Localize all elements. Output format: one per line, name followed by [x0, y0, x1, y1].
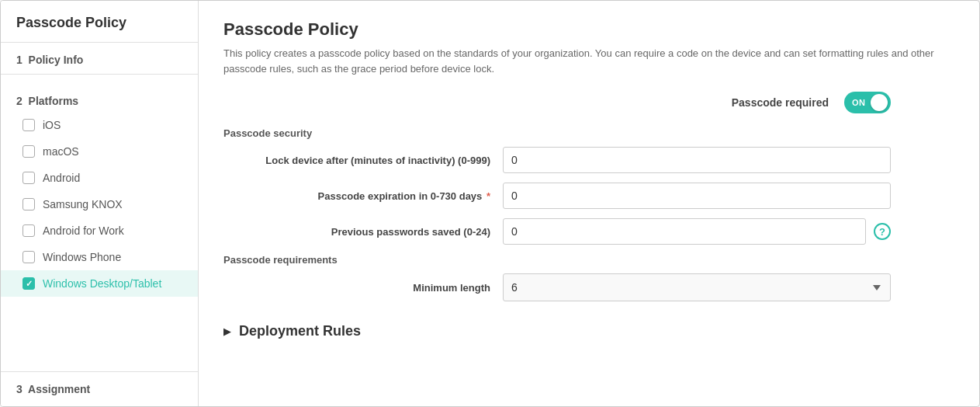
- passcode-required-label: Passcode required: [732, 96, 829, 109]
- samsung-knox-label: Samsung KNOX: [43, 198, 123, 210]
- page-description: This policy creates a passcode policy ba…: [223, 46, 937, 76]
- windows-phone-checkbox[interactable]: [23, 251, 35, 263]
- ios-label: iOS: [43, 119, 61, 131]
- deployment-rules-arrow-icon: ▶: [223, 325, 231, 337]
- sidebar-item-macos[interactable]: macOS: [1, 138, 198, 165]
- sidebar-title: Passcode Policy: [1, 1, 198, 43]
- previous-passwords-row: Previous passwords saved (0-24) ?: [223, 218, 891, 245]
- ios-checkbox[interactable]: [23, 119, 35, 131]
- passcode-expiration-row: Passcode expiration in 0-730 days *: [223, 183, 891, 209]
- assignment-label: Assignment: [28, 383, 90, 395]
- app-window: Passcode Policy 1 Policy Info 2 Platform…: [0, 0, 980, 407]
- windows-phone-label: Windows Phone: [43, 251, 121, 263]
- sidebar-section-assignment[interactable]: 3 Assignment: [1, 371, 198, 406]
- android-for-work-checkbox[interactable]: [23, 224, 35, 237]
- previous-passwords-input[interactable]: [503, 218, 866, 245]
- section-label: Policy Info: [29, 54, 84, 66]
- main-content: Passcode Policy This policy creates a pa…: [199, 1, 979, 406]
- windows-desktop-label: Windows Desktop/Tablet: [43, 277, 161, 290]
- android-checkbox[interactable]: [23, 172, 35, 184]
- minimum-length-row: Minimum length 4 5 6 7 8 9 10 12 14 16: [223, 273, 891, 301]
- lock-device-input[interactable]: [503, 147, 891, 173]
- required-star: *: [483, 190, 490, 202]
- assignment-number: 3: [16, 383, 23, 395]
- section-label: Platforms: [29, 95, 79, 107]
- android-label: Android: [43, 172, 80, 184]
- lock-device-label: Lock device after (minutes of inactivity…: [223, 155, 503, 166]
- passcode-required-row: Passcode required ON: [223, 92, 891, 113]
- sidebar-section-platforms[interactable]: 2 Platforms: [1, 84, 198, 112]
- help-icon[interactable]: ?: [874, 223, 891, 240]
- sidebar: Passcode Policy 1 Policy Info 2 Platform…: [1, 1, 199, 406]
- sidebar-item-windows-desktop[interactable]: Windows Desktop/Tablet: [1, 270, 198, 297]
- section-number: 2: [16, 95, 23, 107]
- sidebar-item-windows-phone[interactable]: Windows Phone: [1, 244, 198, 270]
- toggle-on-label: ON: [852, 98, 866, 107]
- sidebar-item-android-for-work[interactable]: Android for Work: [1, 217, 198, 244]
- security-section-label: Passcode security: [223, 127, 954, 139]
- requirements-section-label: Passcode requirements: [223, 254, 954, 266]
- android-for-work-label: Android for Work: [43, 224, 124, 237]
- passcode-expiration-input[interactable]: [503, 183, 891, 209]
- deployment-rules-label: Deployment Rules: [239, 323, 361, 339]
- sidebar-item-samsung-knox[interactable]: Samsung KNOX: [1, 191, 198, 217]
- section-number: 1: [16, 54, 23, 66]
- windows-desktop-checkbox[interactable]: [23, 277, 35, 290]
- sidebar-section-policy-info[interactable]: 1 Policy Info: [1, 43, 198, 71]
- passcode-expiration-label: Passcode expiration in 0-730 days *: [223, 190, 503, 202]
- toggle-knob: [871, 94, 888, 111]
- minimum-length-select[interactable]: 4 5 6 7 8 9 10 12 14 16: [503, 273, 891, 301]
- passcode-required-toggle[interactable]: ON: [844, 92, 891, 113]
- deployment-rules-section[interactable]: ▶ Deployment Rules: [223, 323, 954, 339]
- macos-checkbox[interactable]: [23, 145, 35, 158]
- page-title: Passcode Policy: [223, 19, 954, 40]
- lock-device-row: Lock device after (minutes of inactivity…: [223, 147, 891, 173]
- sidebar-item-ios[interactable]: iOS: [1, 112, 198, 138]
- minimum-length-label: Minimum length: [223, 282, 503, 294]
- macos-label: macOS: [43, 145, 79, 158]
- sidebar-item-android[interactable]: Android: [1, 165, 198, 191]
- samsung-knox-checkbox[interactable]: [23, 198, 35, 210]
- previous-passwords-label: Previous passwords saved (0-24): [223, 226, 503, 238]
